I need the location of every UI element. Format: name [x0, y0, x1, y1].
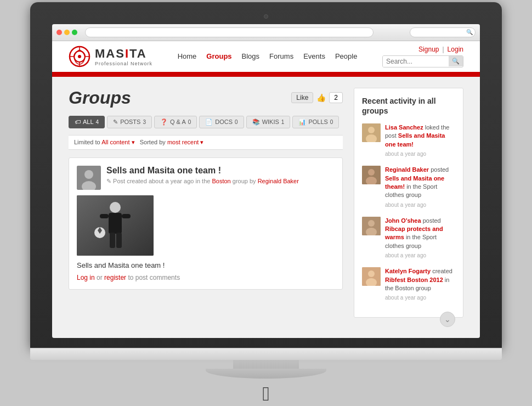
tab-polls-count: 0 — [330, 119, 333, 125]
minimize-button[interactable] — [64, 30, 70, 35]
svg-rect-12 — [109, 213, 122, 234]
tab-all-label: ALL — [83, 119, 94, 125]
search-button[interactable]: 🔍 — [449, 56, 463, 66]
nav-groups[interactable]: Groups — [206, 52, 231, 60]
svg-rect-16 — [116, 233, 122, 248]
lisa-time: about a year ago — [385, 150, 455, 158]
like-area: Like 👍 2 — [291, 92, 343, 103]
browser-window: 🔍 — [52, 24, 480, 339]
john-time: about a year ago — [385, 252, 455, 260]
post-group-suffix: group by — [233, 178, 258, 184]
tab-all-count: 4 — [96, 119, 99, 125]
svg-rect-13 — [100, 214, 109, 218]
tab-wikis[interactable]: 📚 WIKIS 1 — [246, 116, 291, 128]
browser-search[interactable]: 🔍 — [410, 27, 476, 37]
nav-people[interactable]: People — [335, 52, 357, 60]
post-header: Sells and Masita one team ! ✎ Post creat… — [77, 166, 335, 190]
post-group-link[interactable]: Boston — [212, 178, 230, 184]
tab-docs-label: DOCS — [215, 119, 233, 125]
tab-qa-count: 0 — [188, 119, 191, 125]
login-link[interactable]: Login — [448, 46, 463, 53]
auth-area: Signup | Login — [418, 46, 463, 53]
apple-logo:  — [262, 384, 269, 404]
nav-area: Home Groups Blogs Forums Events People — [178, 52, 358, 60]
tab-all[interactable]: 🏷 ALL 4 — [69, 116, 105, 128]
header-right: Signup | Login 🔍 — [382, 46, 463, 67]
auth-separator: | — [442, 46, 444, 53]
site-header: MasiTa Professional Network Home Groups … — [52, 41, 480, 74]
logo-sub: Professional Network — [95, 61, 152, 66]
svg-point-22 — [368, 169, 375, 176]
sort-link[interactable]: most recent ▾ — [167, 139, 204, 145]
svg-point-11 — [110, 202, 121, 213]
tab-wikis-count: 1 — [281, 119, 285, 125]
activity-avatar-john — [362, 217, 381, 235]
post-image — [77, 195, 154, 256]
activity-item-reginald: Reginald Baker posted Sells and Masita o… — [362, 166, 455, 209]
katelyn-action: created — [432, 268, 452, 274]
nav-events[interactable]: Events — [303, 52, 325, 60]
sidebar-column: Recent activity in all groups — [354, 88, 463, 328]
main-column: Groups Like 👍 2 🏷 ALL 4 — [69, 88, 343, 328]
sort-prefix: Sorted by — [137, 139, 167, 145]
imac-chin — [30, 348, 502, 360]
action-or: or — [97, 274, 103, 281]
camera — [264, 14, 268, 19]
nav-forums[interactable]: Forums — [269, 52, 293, 60]
svg-point-25 — [368, 220, 375, 227]
post-icon: ✎ — [106, 178, 113, 184]
post-title: Sells and Masita one team ! — [106, 166, 299, 176]
logo-icon — [69, 46, 90, 67]
svg-point-8 — [84, 170, 93, 179]
reginald-user-link[interactable]: Reginald Baker — [385, 166, 429, 173]
katelyn-avatar-image — [362, 267, 381, 286]
content-filter-link[interactable]: All content ▾ — [101, 139, 134, 145]
svg-point-2 — [78, 55, 81, 58]
john-action: posted — [423, 217, 441, 224]
tab-polls[interactable]: 📊 POLLS 0 — [292, 116, 339, 128]
register-link[interactable]: register — [104, 274, 126, 281]
filter-prefix: Limited to — [74, 139, 101, 145]
tab-posts-count: 3 — [143, 119, 146, 125]
tab-posts[interactable]: ✎ POSTS 3 — [107, 116, 152, 128]
activity-item-katelyn: Katelyn Fogarty created Ribfest Boston 2… — [362, 267, 455, 302]
close-button[interactable] — [56, 30, 62, 35]
like-count: 2 — [329, 92, 343, 103]
logo-text: MasiTa Professional Network — [95, 47, 152, 66]
tab-qa[interactable]: ❓ Q & A 0 — [154, 116, 197, 128]
svg-rect-14 — [122, 214, 131, 218]
signup-link[interactable]: Signup — [418, 46, 439, 53]
tab-docs[interactable]: 📄 DOCS 0 — [199, 116, 244, 128]
john-user-link[interactable]: John O'shea — [385, 217, 421, 224]
lisa-avatar-image — [362, 123, 381, 142]
activity-content-katelyn: Katelyn Fogarty created Ribfest Boston 2… — [385, 267, 455, 302]
post-author-link[interactable]: Reginald Baker — [258, 178, 299, 184]
post-card: Sells and Masita one team ! ✎ Post creat… — [69, 157, 343, 290]
tabs-bar: 🏷 ALL 4 ✎ POSTS 3 ❓ Q & A 0 — [69, 116, 343, 128]
question-icon: ❓ — [160, 119, 168, 126]
maximize-button[interactable] — [72, 30, 77, 35]
katelyn-post-link[interactable]: Ribfest Boston 2012 — [385, 277, 443, 283]
nav-blogs[interactable]: Blogs — [242, 52, 260, 60]
address-bar[interactable] — [85, 27, 373, 37]
svg-rect-15 — [110, 233, 115, 248]
like-button[interactable]: Like — [291, 92, 313, 103]
wiki-icon: 📚 — [252, 119, 260, 126]
tab-polls-label: POLLS — [308, 119, 327, 125]
nav-home[interactable]: Home — [178, 52, 197, 60]
post-info: Sells and Masita one team ! ✎ Post creat… — [106, 166, 299, 185]
post-avatar — [77, 166, 101, 190]
katelyn-user-link[interactable]: Katelyn Fogarty — [385, 268, 431, 274]
search-input[interactable] — [383, 56, 449, 67]
logo-area: MasiTa Professional Network — [69, 46, 152, 67]
screen-bezel: 🔍 — [30, 2, 502, 348]
reginald-action: posted — [431, 166, 449, 173]
scroll-down-button[interactable]: ⌄ — [440, 312, 455, 327]
log-in-link[interactable]: Log in — [77, 274, 95, 281]
lisa-user-link[interactable]: Lisa Sanchez — [385, 124, 423, 131]
imac-wrapper: 🔍 — [30, 2, 502, 404]
tag-icon: 🏷 — [75, 119, 81, 125]
browser-toolbar: 🔍 — [52, 24, 480, 41]
tab-posts-label: POSTS — [120, 119, 140, 125]
activity-avatar-katelyn — [362, 267, 381, 286]
